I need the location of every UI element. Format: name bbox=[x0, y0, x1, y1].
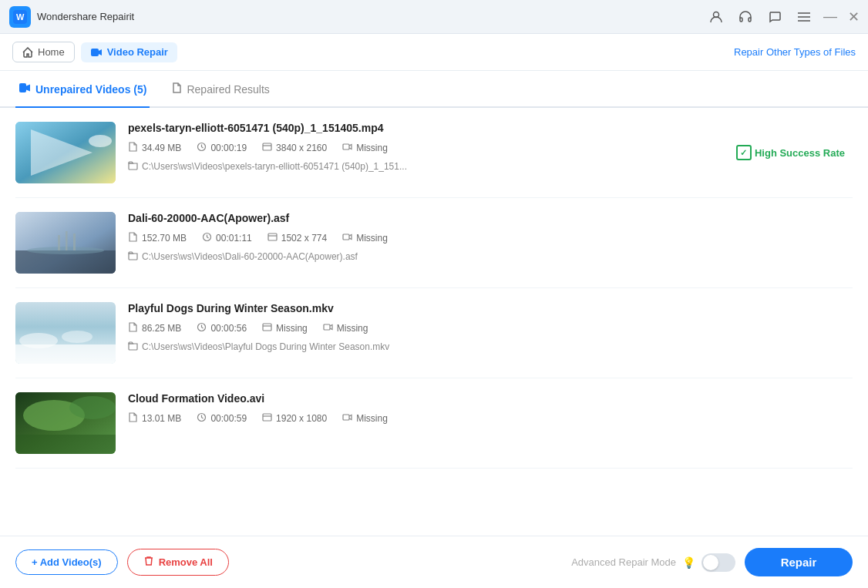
file-icon bbox=[128, 322, 138, 334]
repair-other-link[interactable]: Repair Other Types of Files bbox=[734, 46, 856, 58]
clock-icon bbox=[197, 412, 207, 425]
add-video-button[interactable]: + Add Video(s) bbox=[15, 549, 118, 575]
home-nav-button[interactable]: Home bbox=[12, 42, 75, 62]
chat-icon[interactable] bbox=[766, 8, 783, 25]
video-info: Dali-60-20000-AAC(Apower).asf 152.70 MB … bbox=[128, 212, 853, 263]
svg-rect-16 bbox=[343, 144, 349, 150]
audio-status: Missing bbox=[342, 412, 388, 425]
svg-rect-20 bbox=[58, 235, 60, 250]
audio-status: Missing bbox=[342, 142, 388, 154]
svg-rect-24 bbox=[268, 234, 277, 240]
audio-icon bbox=[342, 232, 352, 244]
duration: 00:00:59 bbox=[197, 412, 247, 425]
svg-point-37 bbox=[69, 396, 116, 419]
bottom-bar: + Add Video(s) Remove All Advanced Repai… bbox=[0, 536, 868, 588]
tab-unrepaired[interactable]: Unrepaired Videos (5) bbox=[15, 72, 150, 108]
svg-rect-8 bbox=[91, 49, 99, 56]
folder-icon bbox=[128, 250, 138, 263]
tab-repaired[interactable]: Repaired Results bbox=[168, 72, 272, 108]
remove-all-label: Remove All bbox=[159, 556, 213, 568]
title-bar: W Wondershare Repairit bbox=[0, 0, 868, 34]
video-item: Cloud Formation Video.avi 13.01 MB 00:00… bbox=[15, 378, 853, 469]
svg-point-30 bbox=[62, 331, 93, 343]
repair-button[interactable]: Repair bbox=[745, 548, 853, 576]
toggle-thumb bbox=[703, 555, 718, 570]
audio-icon bbox=[342, 412, 352, 425]
svg-rect-3 bbox=[740, 18, 742, 22]
home-label: Home bbox=[38, 46, 65, 58]
audio-status: Missing bbox=[323, 322, 368, 334]
video-meta: 13.01 MB 00:00:59 1920 x 1080 Missing bbox=[128, 412, 853, 425]
minimize-button[interactable]: — bbox=[825, 12, 836, 22]
info-icon: 💡 bbox=[682, 556, 695, 569]
resolution: 1920 x 1080 bbox=[262, 412, 327, 425]
svg-point-12 bbox=[89, 135, 112, 147]
home-icon bbox=[22, 47, 33, 58]
file-size: 152.70 MB bbox=[128, 232, 187, 244]
duration: 00:01:11 bbox=[202, 232, 252, 244]
svg-rect-32 bbox=[263, 324, 271, 331]
audio-icon bbox=[323, 322, 333, 334]
advanced-mode-section: Advanced Repair Mode 💡 bbox=[571, 553, 735, 572]
resolution: 3840 x 2160 bbox=[262, 142, 327, 154]
resolution: 1502 x 774 bbox=[267, 232, 327, 244]
video-path: C:\Users\ws\Videos\pexels-taryn-elliott-… bbox=[128, 160, 853, 173]
video-meta: 86.25 MB 00:00:56 Missing Missing bbox=[128, 322, 853, 334]
duration: 00:00:56 bbox=[197, 322, 247, 334]
video-info: Cloud Formation Video.avi 13.01 MB 00:00… bbox=[128, 392, 853, 431]
svg-rect-42 bbox=[343, 415, 349, 420]
user-icon[interactable] bbox=[708, 8, 725, 25]
clock-icon bbox=[197, 142, 207, 154]
svg-rect-26 bbox=[343, 234, 349, 240]
video-item: pexels-taryn-elliott-6051471 (540p)_1_15… bbox=[15, 108, 853, 198]
video-repair-nav[interactable]: Video Repair bbox=[81, 42, 177, 62]
svg-rect-38 bbox=[15, 435, 116, 454]
check-icon: ✓ bbox=[736, 145, 752, 160]
audio-icon bbox=[342, 142, 352, 154]
video-meta: 152.70 MB 00:01:11 1502 x 774 Missing bbox=[128, 232, 853, 244]
clock-icon bbox=[202, 232, 212, 244]
video-thumbnail bbox=[15, 392, 116, 454]
menu-icon[interactable] bbox=[796, 8, 812, 25]
svg-rect-40 bbox=[263, 414, 271, 421]
close-button[interactable]: ✕ bbox=[848, 12, 859, 22]
success-badge: ✓ High Success Rate bbox=[736, 145, 845, 160]
file-size: 13.01 MB bbox=[128, 412, 181, 425]
res-icon bbox=[267, 232, 278, 244]
video-thumbnail bbox=[15, 122, 116, 183]
advanced-mode-toggle[interactable] bbox=[701, 553, 735, 572]
svg-rect-21 bbox=[66, 231, 68, 250]
resolution: Missing bbox=[262, 322, 308, 334]
file-size: 34.49 MB bbox=[128, 142, 181, 154]
duration: 00:00:19 bbox=[197, 142, 247, 154]
file-icon bbox=[128, 412, 138, 425]
video-name: Playful Dogs During Winter Season.mkv bbox=[128, 302, 853, 314]
video-list: pexels-taryn-elliott-6051471 (540p)_1_15… bbox=[0, 108, 868, 536]
video-repair-label: Video Repair bbox=[107, 46, 168, 58]
svg-rect-9 bbox=[19, 83, 26, 92]
remove-all-button[interactable]: Remove All bbox=[127, 549, 229, 576]
title-bar-left: W Wondershare Repairit bbox=[9, 6, 134, 28]
video-name: Cloud Formation Video.avi bbox=[128, 392, 853, 405]
play-icon bbox=[19, 82, 31, 97]
video-thumbnail bbox=[15, 302, 116, 364]
nav-left: Home Video Repair bbox=[12, 42, 177, 62]
svg-text:W: W bbox=[16, 12, 25, 22]
svg-point-29 bbox=[19, 333, 58, 348]
video-item: Playful Dogs During Winter Season.mkv 86… bbox=[15, 288, 853, 378]
video-item: Dali-60-20000-AAC(Apower).asf 152.70 MB … bbox=[15, 198, 853, 288]
headphone-icon[interactable] bbox=[737, 8, 754, 25]
video-name: pexels-taryn-elliott-6051471 (540p)_1_15… bbox=[128, 122, 853, 134]
svg-rect-22 bbox=[73, 234, 76, 250]
res-icon bbox=[262, 322, 272, 334]
file-icon bbox=[128, 142, 138, 154]
video-path: C:\Users\ws\Videos\Dali-60-20000-AAC(Apo… bbox=[128, 250, 853, 263]
trash-icon bbox=[143, 556, 154, 569]
file-icon bbox=[128, 232, 138, 244]
app-title: Wondershare Repairit bbox=[37, 11, 134, 22]
audio-status: Missing bbox=[342, 232, 388, 244]
svg-rect-14 bbox=[263, 143, 271, 150]
video-name: Dali-60-20000-AAC(Apower).asf bbox=[128, 212, 853, 224]
video-info: Playful Dogs During Winter Season.mkv 86… bbox=[128, 302, 853, 353]
nav-bar: Home Video Repair Repair Other Types of … bbox=[0, 34, 868, 71]
